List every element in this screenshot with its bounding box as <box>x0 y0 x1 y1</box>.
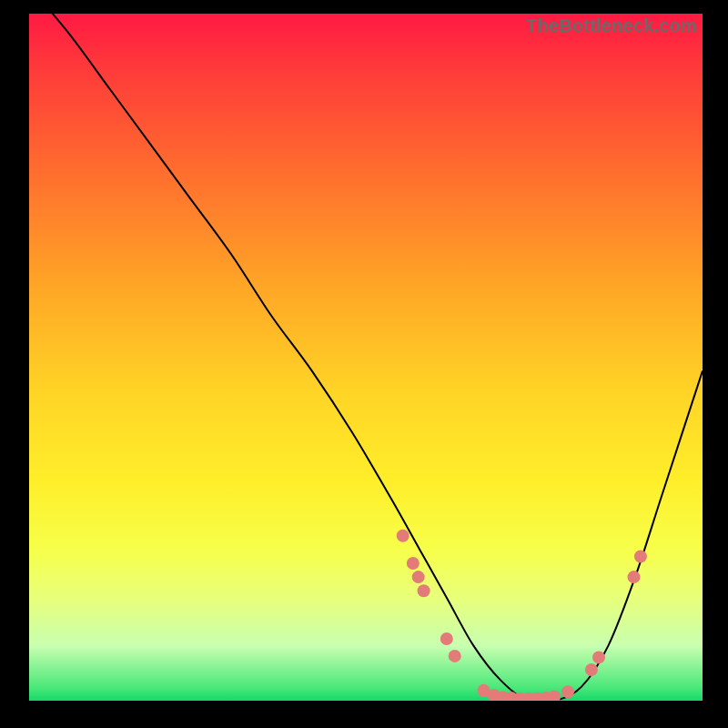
sample-dot <box>449 650 461 662</box>
sample-dot <box>628 571 641 583</box>
bottleneck-curve-svg <box>29 14 703 701</box>
sample-dot <box>561 685 574 698</box>
sample-dot <box>418 584 430 597</box>
sample-dots-group <box>397 530 647 701</box>
sample-dot <box>585 663 598 676</box>
sample-dot <box>592 651 605 663</box>
sample-dot <box>548 691 561 702</box>
sample-dot <box>412 571 425 583</box>
sample-dot <box>634 551 647 563</box>
sample-dot <box>407 557 420 570</box>
sample-dot <box>397 530 410 542</box>
bottleneck-curve-line <box>29 14 703 701</box>
sample-dot <box>440 632 453 645</box>
chart-plot-area: TheBottleneck.com <box>29 14 703 701</box>
